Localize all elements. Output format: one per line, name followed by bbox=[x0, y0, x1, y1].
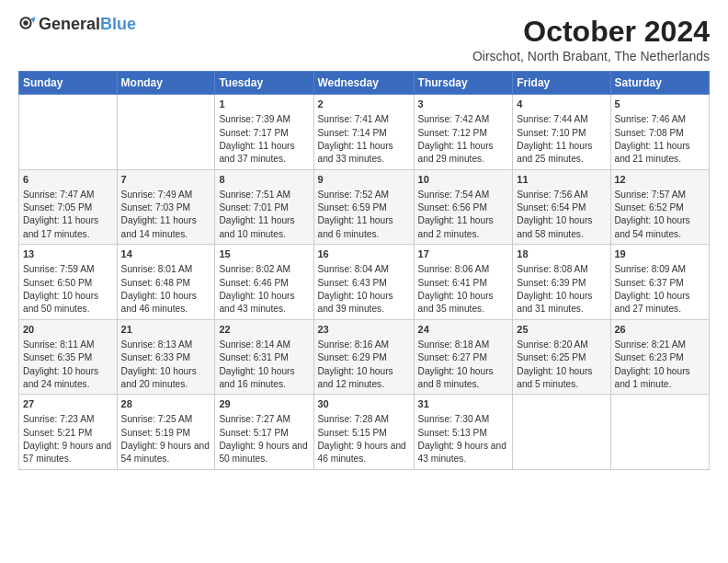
col-wednesday: Wednesday bbox=[313, 72, 414, 95]
cell-text: Sunset: 6:48 PM bbox=[121, 277, 211, 290]
cell-text: Daylight: 10 hours and 46 minutes. bbox=[121, 290, 211, 316]
cell-text: Sunrise: 8:13 AM bbox=[121, 339, 211, 351]
day-number: 9 bbox=[318, 173, 410, 187]
month-title: October 2024 bbox=[472, 15, 710, 49]
day-number: 13 bbox=[23, 247, 113, 261]
calendar-cell: 9Sunrise: 7:52 AMSunset: 6:59 PMDaylight… bbox=[313, 169, 414, 245]
day-number: 27 bbox=[23, 397, 113, 411]
cell-text: Sunrise: 7:49 AM bbox=[121, 189, 211, 201]
page: General Blue October 2024 Oirschot, Nort… bbox=[0, 0, 728, 479]
calendar-cell: 30Sunrise: 7:28 AMSunset: 5:15 PMDayligh… bbox=[313, 395, 414, 470]
cell-text: Sunrise: 7:52 AM bbox=[318, 189, 410, 201]
calendar-cell: 15Sunrise: 8:02 AMSunset: 6:46 PMDayligh… bbox=[215, 245, 313, 320]
calendar-cell: 7Sunrise: 7:49 AMSunset: 7:03 PMDaylight… bbox=[117, 169, 215, 245]
col-tuesday: Tuesday bbox=[215, 72, 313, 95]
day-number: 20 bbox=[23, 323, 113, 337]
cell-text: Sunset: 6:50 PM bbox=[23, 277, 113, 290]
calendar-cell: 31Sunrise: 7:30 AMSunset: 5:13 PMDayligh… bbox=[414, 395, 513, 470]
day-number: 15 bbox=[219, 247, 309, 261]
calendar-cell: 8Sunrise: 7:51 AMSunset: 7:01 PMDaylight… bbox=[215, 169, 313, 245]
cell-text: Daylight: 11 hours and 37 minutes. bbox=[219, 140, 309, 167]
cell-text: Sunrise: 7:59 AM bbox=[23, 263, 113, 276]
calendar-cell: 19Sunrise: 8:09 AMSunset: 6:37 PMDayligh… bbox=[610, 245, 710, 320]
calendar-cell bbox=[513, 395, 610, 470]
day-number: 5 bbox=[615, 98, 706, 111]
cell-text: Daylight: 9 hours and 57 minutes. bbox=[23, 440, 113, 466]
cell-text: Sunrise: 7:28 AM bbox=[318, 413, 410, 426]
cell-text: Daylight: 11 hours and 33 minutes. bbox=[318, 140, 410, 167]
cell-text: Sunset: 6:52 PM bbox=[615, 201, 706, 214]
calendar-cell: 6Sunrise: 7:47 AMSunset: 7:05 PMDaylight… bbox=[19, 169, 118, 245]
logo: General Blue bbox=[18, 15, 136, 34]
calendar-cell: 11Sunrise: 7:56 AMSunset: 6:54 PMDayligh… bbox=[513, 169, 610, 245]
logo-general-text: General bbox=[39, 15, 100, 34]
cell-text: Sunrise: 7:57 AM bbox=[615, 189, 706, 201]
calendar-cell: 20Sunrise: 8:11 AMSunset: 6:35 PMDayligh… bbox=[19, 319, 118, 395]
day-number: 7 bbox=[121, 173, 211, 187]
calendar-cell bbox=[117, 95, 215, 170]
logo-blue-text: Blue bbox=[100, 15, 136, 34]
cell-text: Sunrise: 7:30 AM bbox=[418, 413, 509, 426]
day-number: 17 bbox=[418, 247, 509, 261]
cell-text: Sunset: 6:43 PM bbox=[318, 277, 410, 290]
cell-text: Sunrise: 7:41 AM bbox=[318, 113, 410, 126]
cell-text: Daylight: 10 hours and 8 minutes. bbox=[418, 365, 509, 392]
cell-text: Sunset: 6:35 PM bbox=[23, 351, 113, 364]
calendar-week-1: 1Sunrise: 7:39 AMSunset: 7:17 PMDaylight… bbox=[19, 95, 710, 170]
cell-text: Sunset: 6:29 PM bbox=[318, 351, 410, 364]
calendar-cell: 28Sunrise: 7:25 AMSunset: 5:19 PMDayligh… bbox=[117, 395, 215, 470]
cell-text: Sunrise: 7:39 AM bbox=[219, 113, 309, 126]
cell-text: Sunrise: 7:44 AM bbox=[517, 113, 606, 126]
day-number: 8 bbox=[219, 173, 309, 187]
calendar-cell: 29Sunrise: 7:27 AMSunset: 5:17 PMDayligh… bbox=[215, 395, 313, 470]
cell-text: Daylight: 10 hours and 16 minutes. bbox=[219, 365, 309, 392]
logo-icon bbox=[18, 16, 37, 34]
calendar-cell: 17Sunrise: 8:06 AMSunset: 6:41 PMDayligh… bbox=[414, 245, 513, 320]
calendar-cell: 1Sunrise: 7:39 AMSunset: 7:17 PMDaylight… bbox=[215, 95, 313, 170]
cell-text: Sunrise: 8:14 AM bbox=[219, 339, 309, 351]
header: General Blue October 2024 Oirschot, Nort… bbox=[18, 15, 710, 63]
day-number: 4 bbox=[517, 98, 606, 111]
calendar-table: Sunday Monday Tuesday Wednesday Thursday… bbox=[18, 71, 710, 470]
day-number: 24 bbox=[418, 323, 509, 337]
cell-text: Sunset: 6:37 PM bbox=[615, 277, 706, 290]
cell-text: Sunset: 5:21 PM bbox=[23, 427, 113, 440]
cell-text: Sunset: 7:05 PM bbox=[23, 201, 113, 214]
calendar-week-4: 20Sunrise: 8:11 AMSunset: 6:35 PMDayligh… bbox=[19, 319, 710, 395]
calendar-week-5: 27Sunrise: 7:23 AMSunset: 5:21 PMDayligh… bbox=[19, 395, 710, 470]
calendar-cell: 2Sunrise: 7:41 AMSunset: 7:14 PMDaylight… bbox=[313, 95, 414, 170]
day-number: 10 bbox=[418, 173, 509, 187]
cell-text: Sunrise: 7:56 AM bbox=[517, 189, 606, 201]
cell-text: Sunset: 5:19 PM bbox=[121, 427, 211, 440]
cell-text: Sunrise: 7:51 AM bbox=[219, 189, 309, 201]
cell-text: Sunset: 6:25 PM bbox=[517, 351, 606, 364]
day-number: 11 bbox=[517, 173, 606, 187]
cell-text: Daylight: 10 hours and 43 minutes. bbox=[219, 290, 309, 316]
cell-text: Daylight: 11 hours and 21 minutes. bbox=[615, 140, 706, 167]
day-number: 12 bbox=[615, 173, 706, 187]
cell-text: Sunrise: 8:09 AM bbox=[615, 263, 706, 276]
cell-text: Sunset: 6:33 PM bbox=[121, 351, 211, 364]
calendar-cell: 25Sunrise: 8:20 AMSunset: 6:25 PMDayligh… bbox=[513, 319, 610, 395]
day-number: 14 bbox=[121, 247, 211, 261]
calendar-cell: 27Sunrise: 7:23 AMSunset: 5:21 PMDayligh… bbox=[19, 395, 118, 470]
svg-point-2 bbox=[23, 20, 28, 25]
calendar-cell: 10Sunrise: 7:54 AMSunset: 6:56 PMDayligh… bbox=[414, 169, 513, 245]
calendar-cell bbox=[19, 95, 118, 170]
cell-text: Daylight: 10 hours and 39 minutes. bbox=[318, 290, 410, 316]
cell-text: Sunrise: 7:47 AM bbox=[23, 189, 113, 201]
cell-text: Sunset: 6:56 PM bbox=[418, 201, 509, 214]
cell-text: Daylight: 10 hours and 12 minutes. bbox=[318, 365, 410, 392]
calendar-cell: 4Sunrise: 7:44 AMSunset: 7:10 PMDaylight… bbox=[513, 95, 610, 170]
cell-text: Sunrise: 7:42 AM bbox=[418, 113, 509, 126]
cell-text: Sunset: 7:08 PM bbox=[615, 127, 706, 140]
cell-text: Sunset: 6:54 PM bbox=[517, 201, 606, 214]
cell-text: Sunrise: 8:01 AM bbox=[121, 263, 211, 276]
day-number: 18 bbox=[517, 247, 606, 261]
cell-text: Daylight: 10 hours and 50 minutes. bbox=[23, 290, 113, 316]
cell-text: Sunset: 6:46 PM bbox=[219, 277, 309, 290]
cell-text: Sunset: 7:01 PM bbox=[219, 201, 309, 214]
cell-text: Sunrise: 8:11 AM bbox=[23, 339, 113, 351]
calendar-cell: 3Sunrise: 7:42 AMSunset: 7:12 PMDaylight… bbox=[414, 95, 513, 170]
cell-text: Sunset: 7:17 PM bbox=[219, 127, 309, 140]
